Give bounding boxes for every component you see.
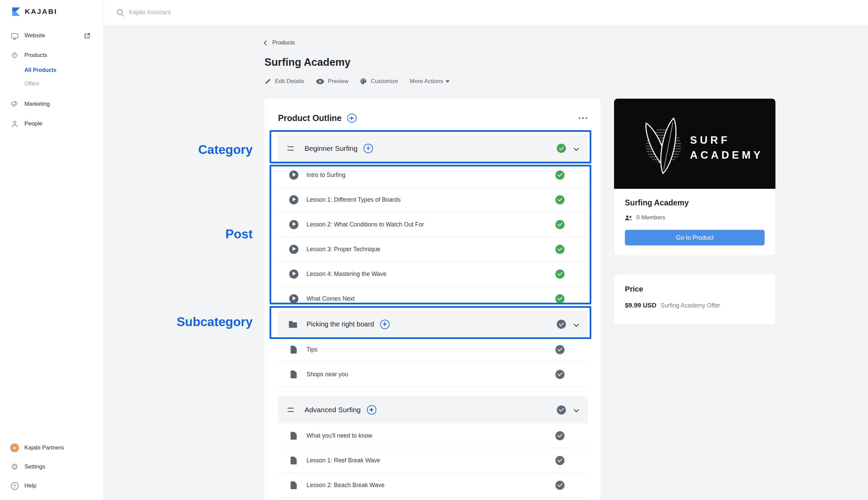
tag-icon: [10, 53, 19, 58]
category-title: Beginner Surfing: [304, 145, 357, 152]
sidebar-item-settings[interactable]: Settings: [0, 459, 103, 475]
add-category-icon[interactable]: [347, 114, 357, 123]
price-card: Price $9.99 USD Surfing Academy Offer: [614, 275, 776, 325]
kajabi-logo-text: KAJABI: [25, 8, 57, 15]
customize-button[interactable]: Customize: [360, 78, 405, 85]
sidebar-item-offers[interactable]: Offers: [0, 78, 103, 90]
group-gap: [278, 387, 588, 396]
sidebar-item-label: Marketing: [24, 101, 50, 107]
status-published-icon: [555, 270, 565, 279]
kajabi-logo-icon: [12, 7, 21, 16]
sidebar-item-help[interactable]: Help: [0, 478, 103, 494]
action-label: Customize: [371, 78, 398, 85]
members-count: 0 Members: [636, 214, 665, 221]
sidebar-subitem-label: All Products: [24, 67, 56, 73]
more-actions-button[interactable]: More Actions: [410, 78, 456, 85]
outline-item-label: Tips: [306, 346, 317, 353]
search-input[interactable]: [129, 9, 366, 16]
sidebar-item-products[interactable]: Products: [0, 49, 103, 62]
edit-details-button[interactable]: Edit Details: [264, 78, 311, 85]
category-title: Advanced Surfing: [304, 406, 361, 414]
sidebar-item-website[interactable]: Website: [0, 29, 103, 42]
drag-handle-icon[interactable]: [288, 146, 294, 150]
play-icon: [289, 270, 298, 279]
price-offer-name: Surfing Academy Offer: [661, 302, 720, 309]
caret-down-icon: [446, 80, 450, 83]
annotation-label-category: Category: [138, 143, 252, 157]
product-outline-card: Product Outline Beginner Surfing Intro t…: [264, 99, 601, 500]
status-draft-icon: [557, 320, 566, 329]
chevron-left-icon: [264, 40, 269, 46]
preview-button[interactable]: Preview: [316, 78, 355, 85]
action-label: Preview: [328, 78, 348, 85]
product-summary-card: SURF ACADEMY Surfing Academy 0 Members G…: [614, 99, 776, 255]
status-draft-icon: [555, 456, 565, 465]
add-post-icon[interactable]: [367, 405, 376, 414]
add-post-icon[interactable]: [363, 144, 373, 153]
subcategory-row-picking-the-right-board[interactable]: Picking the right board: [278, 311, 588, 337]
price-line: $9.99 USD Surfing Academy Offer: [625, 302, 765, 309]
topbar: [104, 0, 868, 25]
play-icon: [289, 220, 298, 229]
outline-item-row[interactable]: What you'll need to know: [278, 423, 588, 448]
category-row-beginner-surfing[interactable]: Beginner Surfing: [278, 134, 588, 163]
play-icon: [289, 171, 298, 180]
sidebar-item-label: People: [24, 120, 42, 127]
outline-item-row[interactable]: What Comes Next: [278, 286, 588, 311]
sidebar-item-all-products[interactable]: All Products: [0, 65, 103, 76]
product-outline-title: Product Outline: [278, 113, 342, 123]
annotation-label-post: Post: [138, 227, 252, 241]
outline-item-row[interactable]: Lesson 2: Beach Break Wave: [278, 473, 588, 498]
outline-item-row[interactable]: Lesson 1: Reef Break Wave: [278, 448, 588, 473]
thumbnail-text-line2: ACADEMY: [690, 149, 763, 161]
outline-item-row[interactable]: Lesson 2: What Conditions to Watch Out F…: [278, 212, 588, 237]
document-icon: [289, 432, 298, 440]
sidebar-item-kajabi-partners[interactable]: Kajabi Partners: [0, 440, 103, 456]
person-icon: [10, 120, 19, 127]
sidebar-subitem-label: Offers: [24, 81, 39, 87]
outline-item-label: Lesson 3: Proper Technique: [306, 246, 381, 253]
document-icon: [289, 346, 298, 354]
sidebar-item-label: Products: [24, 52, 47, 59]
outline-item-label: Shops near you: [306, 371, 348, 378]
outline-item-row[interactable]: Lesson 3: Proper Technique: [278, 237, 588, 262]
go-to-product-button[interactable]: Go to Product: [625, 230, 765, 246]
outline-list: Beginner Surfing Intro to Surfing Lesson…: [278, 134, 588, 498]
outline-item-label: What you'll need to know: [306, 432, 372, 439]
folder-icon: [288, 321, 298, 328]
outline-item-row[interactable]: Lesson 1: Different Types of Boards: [278, 188, 588, 212]
status-published-icon: [557, 144, 566, 153]
question-icon: [10, 482, 19, 490]
status-draft-icon: [555, 481, 565, 490]
price-amount: $9.99 USD: [625, 302, 656, 309]
external-link-icon[interactable]: [84, 33, 91, 40]
page-title: Surfing Academy: [264, 56, 351, 68]
sidebar-item-people[interactable]: People: [0, 117, 103, 130]
play-icon: [289, 245, 298, 254]
product-card-title: Surfing Academy: [625, 198, 765, 207]
outline-item-row[interactable]: Shops near you: [278, 362, 588, 387]
add-post-icon[interactable]: [380, 320, 390, 329]
chevron-down-icon[interactable]: [573, 407, 579, 413]
category-row-advanced-surfing[interactable]: Advanced Surfing: [278, 396, 588, 423]
star-badge-icon: [10, 443, 19, 452]
status-published-icon: [555, 171, 565, 180]
drag-handle-icon[interactable]: [288, 408, 294, 412]
annotation-label-subcategory: Subcategory: [138, 315, 252, 329]
chevron-down-icon[interactable]: [573, 321, 579, 328]
kajabi-logo[interactable]: KAJABI: [0, 0, 103, 18]
gear-icon: [10, 463, 19, 471]
search-icon: [117, 9, 124, 16]
chevron-down-icon[interactable]: [573, 145, 579, 151]
outline-item-row[interactable]: Intro to Surfing: [278, 163, 588, 188]
monitor-icon: [10, 33, 19, 38]
action-label: More Actions: [410, 78, 443, 85]
status-draft-icon: [555, 370, 565, 379]
sidebar-item-marketing[interactable]: Marketing: [0, 98, 103, 111]
outline-item-row[interactable]: Tips: [278, 337, 588, 362]
outline-item-label: Lesson 2: Beach Break Wave: [306, 482, 384, 489]
ellipsis-icon[interactable]: [582, 117, 584, 119]
breadcrumb[interactable]: Products: [264, 39, 295, 46]
status-published-icon: [555, 195, 565, 204]
outline-item-row[interactable]: Lesson 4: Mastering the Wave: [278, 262, 588, 286]
